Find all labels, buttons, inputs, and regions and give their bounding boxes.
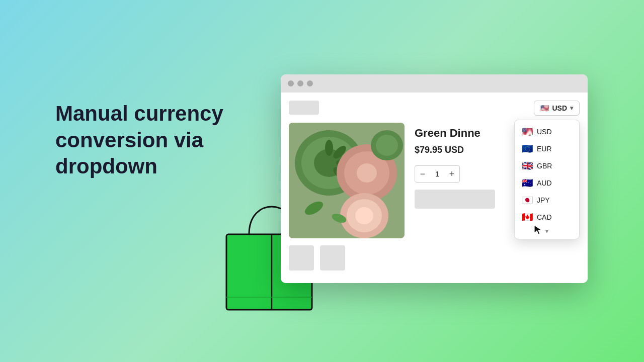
currency-selected-label: USD [552,104,567,112]
currency-code-eur: EUR [537,145,552,153]
quantity-decrease-button[interactable]: − [415,166,430,182]
currency-code-aud: AUD [537,179,552,187]
add-to-cart-button[interactable] [415,190,495,209]
thumbnail-1[interactable] [289,245,314,270]
flag-usd: 🇺🇸 [522,127,533,136]
svg-point-13 [357,163,377,183]
currency-option-jpy[interactable]: 🇯🇵 JPY [515,192,579,209]
flag-eur: 🇪🇺 [522,144,533,153]
dropdown-scroll-arrow: ▾ [515,226,579,236]
flag-jpy: 🇯🇵 [522,196,533,205]
product-image-inner [289,123,405,238]
currency-option-aud[interactable]: 🇦🇺 AUD [515,174,579,192]
currency-option-gbr[interactable]: 🇬🇧 GBR [515,157,579,174]
flag-aud: 🇦🇺 [522,178,533,188]
browser-window: 🇺🇸 USD ▾ 🇺🇸 USD 🇪🇺 EUR 🇬🇧 GBR 🇦🇺 AUD [281,74,588,283]
currency-code-gbr: GBR [537,162,552,170]
browser-dot-yellow [297,80,303,86]
currency-flag-selected: 🇺🇸 [540,104,549,112]
svg-point-16 [355,207,373,224]
currency-dropdown-button[interactable]: 🇺🇸 USD ▾ [534,101,580,116]
quantity-value: 1 [430,170,444,178]
logo-placeholder [289,101,319,115]
browser-dot-red [288,80,294,86]
svg-point-7 [325,140,333,156]
currency-code-cad: CAD [537,213,552,221]
quantity-increase-button[interactable]: + [444,166,459,182]
currency-code-usd: USD [537,128,552,136]
flag-gbr: 🇬🇧 [522,161,533,170]
thumbnail-strip [289,245,580,270]
quantity-control: − 1 + [415,165,460,183]
top-bar: 🇺🇸 USD ▾ [289,101,580,116]
browser-content: 🇺🇸 USD ▾ 🇺🇸 USD 🇪🇺 EUR 🇬🇧 GBR 🇦🇺 AUD [281,93,588,283]
product-image [289,123,405,238]
currency-option-cad[interactable]: 🇨🇦 CAD [515,209,579,226]
currency-option-eur[interactable]: 🇪🇺 EUR [515,140,579,157]
svg-point-18 [376,135,398,156]
currency-dropdown-menu[interactable]: 🇺🇸 USD 🇪🇺 EUR 🇬🇧 GBR 🇦🇺 AUD 🇯🇵 JPY 🇨🇦 [514,120,580,239]
browser-titlebar [281,74,588,93]
flag-cad: 🇨🇦 [522,213,533,222]
hero-text: Manual currency conversion via dropdown [55,101,231,180]
browser-dot-green [307,80,313,86]
currency-option-usd[interactable]: 🇺🇸 USD [515,123,579,140]
chevron-down-icon: ▾ [570,105,573,112]
currency-code-jpy: JPY [537,196,550,204]
thumbnail-2[interactable] [320,245,345,270]
